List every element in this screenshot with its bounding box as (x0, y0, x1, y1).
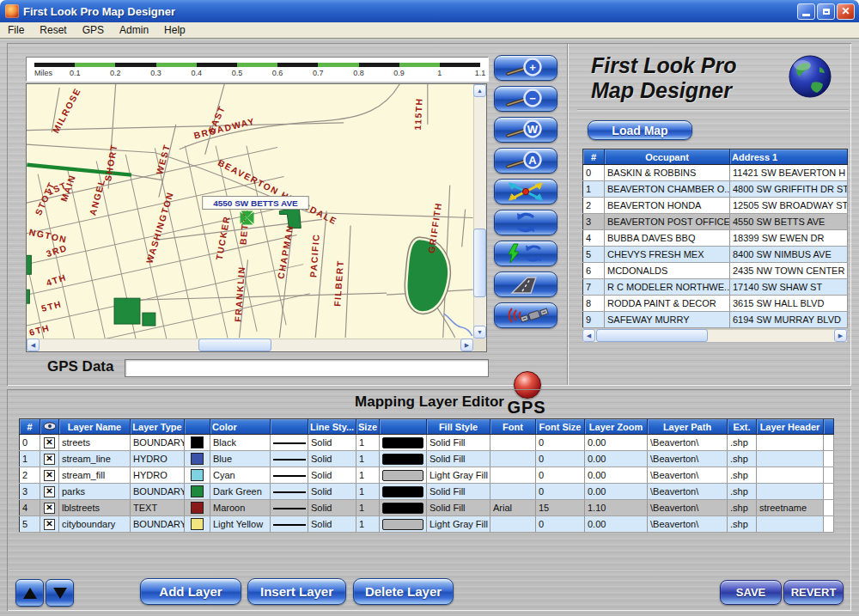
occupant-row[interactable]: 8RODDA PAINT & DECOR3615 SW HALL BLVD (583, 296, 848, 312)
layer-zoom: 1.10 (585, 500, 648, 516)
pan-button[interactable] (494, 179, 557, 204)
color-swatch (185, 484, 210, 500)
scale-tick-label: 0.5 (232, 69, 243, 77)
scale-tick-label: 0.9 (393, 69, 405, 77)
menu-item-admin[interactable]: Admin (112, 24, 156, 36)
move-layer-down-button[interactable] (46, 579, 74, 607)
occupant-hscrollbar[interactable]: ◀ ▶ (582, 329, 847, 342)
layer-col-layer-path[interactable]: Layer Path (648, 419, 728, 435)
layer-col-fill-style[interactable]: Fill Style (427, 419, 490, 435)
vscroll-thumb[interactable] (473, 229, 486, 297)
save-button[interactable]: SAVE (720, 580, 782, 605)
occupant-row[interactable]: 9SAFEWAY MURRY6194 SW MURRAY BLVD (583, 312, 848, 328)
layer-col-font-size[interactable]: Font Size (536, 419, 585, 435)
line-style-sample (273, 524, 306, 526)
minimize-button[interactable] (797, 3, 815, 20)
layer-visible-checkbox[interactable]: ✕ (40, 484, 59, 500)
scroll-up-button[interactable]: ▲ (473, 84, 486, 97)
layer-visible-checkbox[interactable]: ✕ (40, 467, 59, 484)
layer-col--[interactable]: # (20, 419, 40, 435)
layer-col-visibility[interactable] (40, 419, 59, 435)
layer-name: stream_line (59, 451, 131, 467)
scroll-left-button[interactable]: ◀ (27, 338, 40, 351)
layer-col-line-sty-[interactable]: Line Sty... (308, 419, 356, 435)
layer-col-layer-type[interactable]: Layer Type (131, 419, 185, 435)
layer-zoom: 0.00 (585, 516, 648, 533)
checkbox-checked-icon: ✕ (44, 470, 55, 481)
move-layer-up-button[interactable] (15, 579, 44, 607)
map-vscrollbar[interactable]: ▲ ▼ (473, 84, 486, 338)
map-hscrollbar[interactable]: ◀ ▶ (27, 338, 473, 351)
load-map-button[interactable]: Load Map (588, 120, 692, 140)
revert-button[interactable]: REVERT (783, 580, 844, 605)
scale-segment (399, 63, 440, 67)
occupant-row[interactable]: 7R C MODELER NORTHWE...17140 SW SHAW ST (583, 279, 848, 296)
occupant-row[interactable]: 1BEAVERTON CHAMBER O...4800 SW GRIFFITH … (583, 181, 848, 198)
layer-col-layer-name[interactable]: Layer Name (59, 419, 131, 435)
occupant-scroll-thumb[interactable] (596, 329, 708, 342)
layer-row[interactable]: 5✕cityboundaryBOUNDARYLight YellowSolid1… (20, 516, 834, 533)
menu-item-gps[interactable]: GPS (75, 24, 112, 36)
layer-col-swatch-4[interactable] (185, 419, 210, 435)
zoom-all-button[interactable]: A (494, 148, 557, 174)
layer-row[interactable]: 3✕parksBOUNDARYDark GreenSolid1Solid Fil… (20, 484, 834, 500)
route-button[interactable] (494, 271, 557, 297)
occupant-row[interactable]: 2BEAVERTON HONDA12505 SW BROADWAY ST (583, 198, 848, 214)
layer-col-swatch-9[interactable] (380, 419, 427, 435)
line-sample (271, 467, 308, 484)
close-button[interactable]: ✕ (837, 3, 855, 20)
layer-row[interactable]: 0✕streetsBOUNDARYBlackSolid1Solid Fill00… (20, 435, 834, 451)
refresh-button[interactable] (494, 210, 557, 235)
auto-refresh-button[interactable] (494, 241, 557, 266)
hscroll-thumb[interactable] (198, 338, 271, 351)
line-size: 1 (356, 451, 380, 467)
occupant-scroll-right[interactable]: ▶ (834, 329, 847, 342)
scale-bar-labels: Miles 0.10.20.30.40.50.60.70.80.911.1 (34, 68, 480, 77)
zoom-out-button[interactable]: − (494, 86, 557, 112)
layer-col-layer-header[interactable]: Layer Header (757, 419, 824, 435)
occupant-row[interactable]: 0BASKIN & ROBBINS11421 SW BEAVERTON H (583, 165, 848, 181)
occupant-address: 18399 SW EWEN DR (730, 230, 848, 247)
zoom-window-button[interactable]: W (494, 117, 557, 143)
occupant-col-occupant[interactable]: Occupant (605, 149, 730, 165)
layer-row[interactable]: 1✕stream_lineHYDROBlueSolid1Solid Fill00… (20, 451, 834, 467)
menu-item-file[interactable]: File (0, 24, 32, 36)
layer-col-size[interactable]: Size (356, 419, 380, 435)
zoom-in-button[interactable]: + (494, 55, 557, 81)
occupant-row[interactable]: 4BUBBA DAVES BBQ18399 SW EWEN DR (583, 230, 848, 247)
layer-visible-checkbox[interactable]: ✕ (40, 435, 59, 451)
layer-col-color[interactable]: Color (210, 419, 271, 435)
occupant-col-address-1[interactable]: Address 1 (730, 149, 848, 165)
magnifier-minus-icon: − (502, 88, 550, 110)
layer-name: parks (59, 484, 131, 500)
occupant-scroll-left[interactable]: ◀ (582, 329, 595, 342)
scroll-right-button[interactable]: ▶ (460, 338, 473, 351)
layer-col-swatch-6[interactable] (271, 419, 308, 435)
map-canvas[interactable]: MILROSESHORTEASTBROADWAY115THWESTBEAVERT… (27, 84, 473, 338)
layer-col-font[interactable]: Font (490, 419, 536, 435)
restore-button[interactable] (817, 3, 835, 20)
occupant-col-num[interactable]: # (583, 149, 605, 165)
layer-row[interactable]: 4✕lblstreetsTEXTMaroonSolid1Solid FillAr… (20, 500, 834, 516)
scale-segment (34, 63, 75, 67)
occupant-row[interactable]: 3BEAVERTON POST OFFICE4550 SW BETTS AVE (583, 214, 848, 230)
gps-data-input[interactable] (125, 359, 489, 377)
layer-visible-checkbox[interactable]: ✕ (40, 516, 59, 533)
menu-item-help[interactable]: Help (156, 24, 193, 36)
layer-table-scroll-strip (824, 516, 834, 533)
occupant-row[interactable]: 6MCDONALDS2435 NW TOWN CENTER (583, 263, 848, 279)
line-size: 1 (356, 435, 380, 451)
layer-col-ext-[interactable]: Ext. (728, 419, 757, 435)
gps-signal-button[interactable] (494, 302, 557, 328)
layer-col-layer-zoom[interactable]: Layer Zoom (585, 419, 648, 435)
delete-layer-button[interactable]: Delete Layer (353, 578, 454, 605)
layer-visible-checkbox[interactable]: ✕ (40, 451, 59, 467)
add-layer-button[interactable]: Add Layer (140, 578, 241, 605)
insert-layer-button[interactable]: Insert Layer (247, 578, 346, 605)
layer-row[interactable]: 2✕stream_fillHYDROCyanSolid1Light Gray F… (20, 467, 834, 484)
layer-visible-checkbox[interactable]: ✕ (40, 500, 59, 516)
branding-line2: Map Designer (591, 78, 736, 103)
scroll-down-button[interactable]: ▼ (473, 326, 486, 338)
occupant-row[interactable]: 5CHEVYS FRESH MEX8400 SW NIMBUS AVE (583, 247, 848, 263)
menu-item-reset[interactable]: Reset (32, 24, 74, 36)
